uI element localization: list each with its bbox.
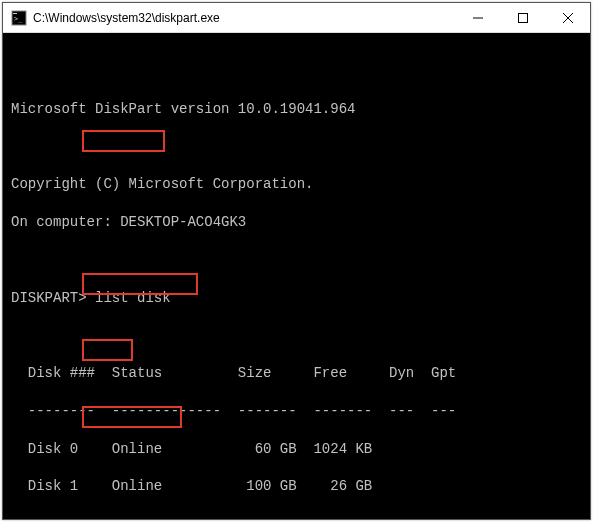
blank-line <box>11 137 582 156</box>
disk-table-divider: -------- ------------- ------- ------- -… <box>11 402 582 421</box>
computer-line: On computer: DESKTOP-ACO4GK3 <box>11 213 582 232</box>
disk-table-row: Disk 1 Online 100 GB 26 GB <box>11 477 582 496</box>
minimize-button[interactable] <box>455 3 500 32</box>
titlebar[interactable]: >_ C:\Windows\system32\diskpart.exe <box>3 3 590 33</box>
prompt-line-1: DISKPART> list disk <box>11 289 582 308</box>
window-title: C:\Windows\system32\diskpart.exe <box>33 11 455 25</box>
blank-line <box>11 326 582 345</box>
blank-line <box>11 515 582 519</box>
version-line: Microsoft DiskPart version 10.0.19041.96… <box>11 100 582 119</box>
disk-table-header: Disk ### Status Size Free Dyn Gpt <box>11 364 582 383</box>
prompt: DISKPART> <box>11 290 87 306</box>
copyright-line: Copyright (C) Microsoft Corporation. <box>11 175 582 194</box>
svg-rect-4 <box>518 13 527 22</box>
app-icon: >_ <box>11 10 27 26</box>
window-frame: >_ C:\Windows\system32\diskpart.exe Micr… <box>2 2 591 520</box>
terminal-area[interactable]: Microsoft DiskPart version 10.0.19041.96… <box>3 33 590 519</box>
svg-text:>_: >_ <box>14 15 23 23</box>
close-button[interactable] <box>545 3 590 32</box>
disk-table-row: Disk 0 Online 60 GB 1024 KB <box>11 440 582 459</box>
blank-line <box>11 62 582 81</box>
blank-line <box>11 251 582 270</box>
svg-rect-1 <box>13 13 17 14</box>
maximize-button[interactable] <box>500 3 545 32</box>
command-text: list disk <box>95 290 171 306</box>
